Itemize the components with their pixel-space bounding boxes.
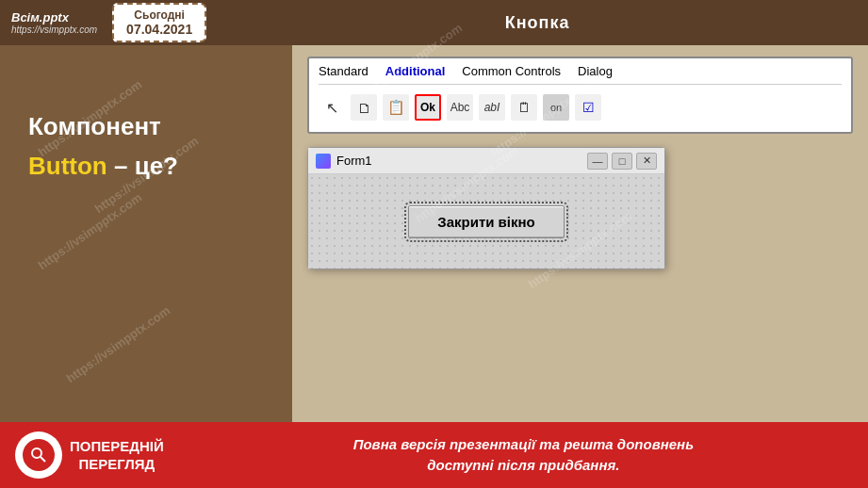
toolbar-box: Standard Additional Common Controls Dial… (307, 57, 853, 134)
form-controls: — □ ✕ (587, 153, 657, 170)
left-panel: https://vsimpptx.com https://vsimpptx.co… (0, 45, 292, 422)
page-icon[interactable]: 🗋 (351, 94, 377, 121)
toolbar-tabs: Standard Additional Common Controls Dial… (319, 64, 842, 85)
right-panel: https://vsimpptx.com https://vsimpptx.co… (292, 45, 868, 422)
date-label: Сьогодні (123, 8, 195, 22)
preview-circle (15, 431, 62, 479)
header: Всім.pptx https://vsimpptx.com Сьогодні … (0, 0, 868, 45)
preview-circle-inner (23, 439, 55, 471)
search-icon (30, 447, 47, 464)
subtitle-white: – це? (107, 152, 178, 180)
toggle-icon[interactable]: on (543, 94, 569, 121)
left-subtitle: Button – це? (28, 151, 178, 183)
maximize-button[interactable]: □ (612, 153, 632, 170)
watermark: https://vsimpptx.com (36, 190, 145, 272)
form-body: Закрити вікно (308, 174, 664, 268)
main-content: https://vsimpptx.com https://vsimpptx.co… (0, 45, 868, 422)
logo-line1: Всім.pptx (11, 10, 97, 24)
preview-text: ПОПЕРЕДНІЙ ПЕРЕГЛЯД (70, 437, 164, 474)
svg-line-1 (41, 457, 45, 462)
svg-point-0 (32, 448, 41, 458)
memo-icon[interactable]: 🗒 (511, 94, 537, 121)
header-title: Кнопка (206, 13, 868, 33)
form-title: Form1 (336, 154, 587, 168)
ok-button-icon[interactable]: Ok (415, 94, 441, 121)
tab-standard[interactable]: Standard (319, 64, 368, 80)
close-button[interactable]: ✕ (636, 153, 657, 170)
preview-button[interactable]: ПОПЕРЕДНІЙ ПЕРЕГЛЯД (0, 431, 179, 479)
label-icon[interactable]: Abc (447, 94, 473, 121)
logo: Всім.pptx https://vsimpptx.com (0, 10, 108, 35)
bottom-message-line2: доступні після придбання. (179, 455, 868, 477)
logo-line2: https://vsimpptx.com (11, 24, 97, 35)
cursor-icon[interactable]: ↖ (319, 94, 345, 121)
form-app-icon (316, 154, 331, 169)
date-value: 07.04.2021 (123, 22, 195, 37)
subtitle-yellow: Button (28, 152, 107, 180)
preview-line1: ПОПЕРЕДНІЙ (70, 437, 164, 456)
minimize-button[interactable]: — (587, 153, 608, 170)
edit-icon[interactable]: 📋 (383, 94, 409, 121)
date-box: Сьогодні 07.04.2021 (112, 3, 206, 42)
bottom-message: Повна версія презентації та решта доповн… (179, 434, 868, 477)
toolbar-icons: ↖ 🗋 📋 Ok Abc abI 🗒 on ☑ (319, 90, 842, 124)
watermark: https://vsimpptx.com (64, 303, 173, 385)
left-title: Компонент (28, 111, 178, 143)
checkbox-icon[interactable]: ☑ (575, 94, 601, 121)
tab-common-controls[interactable]: Common Controls (462, 64, 561, 80)
tab-additional[interactable]: Additional (385, 64, 446, 80)
tab-dialog[interactable]: Dialog (578, 64, 613, 80)
preview-line2: ПЕРЕГЛЯД (70, 455, 164, 474)
form-window: Form1 — □ ✕ Закрити вікно (307, 147, 665, 269)
bottom-message-line1: Повна версія презентації та решта доповн… (179, 434, 868, 456)
editbox-icon[interactable]: abI (479, 94, 505, 121)
form-titlebar: Form1 — □ ✕ (308, 148, 664, 174)
bottom-bar: ПОПЕРЕДНІЙ ПЕРЕГЛЯД Повна версія презент… (0, 422, 868, 488)
close-window-button[interactable]: Закрити вікно (408, 205, 564, 238)
